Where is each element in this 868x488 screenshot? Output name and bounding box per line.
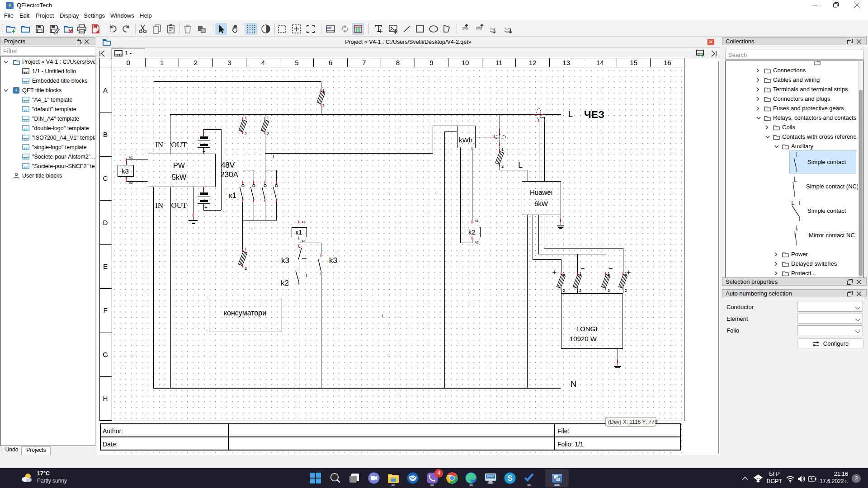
svg-text:LONGI: LONGI: [576, 325, 598, 333]
svg-text:k3: k3: [329, 256, 337, 265]
svg-text:7: 7: [362, 59, 366, 66]
svg-text:4: 4: [261, 59, 265, 66]
svg-text:2: 2: [563, 288, 565, 293]
svg-text:+: +: [204, 205, 207, 210]
svg-text:5kW: 5kW: [172, 174, 187, 181]
svg-text:−: −: [609, 265, 613, 272]
svg-text:L: L: [568, 110, 573, 119]
svg-text:N: N: [571, 380, 576, 389]
svg-text:OUT: OUT: [171, 141, 188, 149]
svg-text:10920 W: 10920 W: [570, 335, 597, 343]
svg-text:48V: 48V: [221, 161, 235, 169]
svg-text:File:: File:: [557, 427, 569, 435]
svg-text:A: A: [103, 86, 108, 94]
svg-text:(Dev) X: 1116 Y: 779: (Dev) X: 1116 Y: 779: [608, 419, 658, 425]
svg-text:8: 8: [396, 59, 400, 66]
svg-text:к1: к1: [296, 228, 302, 236]
svg-text:1: 1: [160, 59, 164, 66]
svg-text:IN: IN: [155, 141, 163, 149]
svg-text:k2: k2: [281, 279, 289, 287]
svg-text:L: L: [518, 160, 523, 169]
svg-text:2: 2: [322, 103, 325, 108]
svg-text:13: 13: [562, 59, 570, 66]
svg-text:1: 1: [267, 116, 269, 120]
svg-text:6: 6: [329, 59, 332, 66]
svg-text:C: C: [103, 174, 108, 182]
svg-text:2: 2: [194, 59, 198, 66]
svg-text:F: F: [103, 306, 107, 314]
svg-text:k3: k3: [122, 167, 129, 175]
svg-text:9: 9: [429, 59, 433, 66]
svg-text:к1: к1: [229, 191, 236, 200]
svg-text:+: +: [552, 268, 557, 276]
svg-text:5: 5: [295, 59, 298, 66]
svg-text:Folio: 1/1: Folio: 1/1: [557, 441, 584, 448]
svg-text:3: 3: [227, 59, 231, 66]
svg-text:D: D: [103, 219, 108, 226]
svg-text:+: +: [627, 268, 631, 276]
svg-text:12: 12: [529, 59, 537, 66]
svg-text:Author:: Author:: [103, 427, 123, 435]
svg-text:консуматори: консуматори: [224, 309, 266, 317]
svg-text:1: 1: [322, 88, 325, 93]
svg-text:A2: A2: [475, 241, 479, 244]
svg-text:+: +: [203, 149, 205, 154]
svg-text:14: 14: [596, 59, 604, 66]
svg-text:1 -: 1 -: [125, 50, 132, 56]
svg-text:Date:: Date:: [103, 441, 118, 448]
svg-text:2: 2: [579, 288, 581, 293]
svg-text:A2: A2: [129, 181, 133, 184]
svg-text:15: 15: [630, 59, 637, 66]
svg-text:−: −: [580, 265, 585, 272]
svg-text:ЧЕЗ: ЧЕЗ: [584, 109, 604, 120]
svg-text:230A: 230A: [220, 170, 238, 179]
svg-text:A1: A1: [302, 221, 306, 224]
svg-text:H: H: [103, 394, 108, 402]
svg-text:2: 2: [625, 288, 627, 293]
svg-text:16: 16: [664, 59, 671, 66]
svg-text:IN: IN: [155, 201, 163, 210]
svg-text:1: 1: [245, 248, 247, 252]
svg-text:S: S: [507, 474, 512, 483]
svg-text:kWh: kWh: [459, 136, 472, 144]
svg-text:PW: PW: [173, 162, 185, 169]
svg-text:G: G: [103, 351, 108, 358]
svg-text:E: E: [103, 263, 108, 270]
svg-text:A1: A1: [475, 219, 479, 222]
svg-text:B: B: [103, 131, 108, 138]
svg-text:2: 2: [245, 131, 247, 136]
svg-text:OUT: OUT: [171, 201, 188, 210]
svg-text:1: 1: [501, 147, 504, 152]
svg-text:11: 11: [495, 59, 503, 66]
svg-text:Project « V4-1 : C:/Users/Svet: Project « V4-1 : C:/Users/Svetli/Desktop…: [345, 39, 471, 45]
svg-text:k2: k2: [468, 228, 476, 236]
svg-text:A2: A2: [302, 239, 306, 243]
svg-text:2: 2: [267, 131, 269, 136]
svg-text:2: 2: [245, 266, 247, 271]
svg-text:2: 2: [608, 288, 610, 293]
svg-text:k3: k3: [281, 256, 289, 265]
svg-text:Huawei: Huawei: [530, 188, 552, 196]
svg-text:1: 1: [245, 116, 247, 120]
svg-text:0: 0: [127, 59, 130, 66]
svg-text:A1: A1: [129, 156, 133, 159]
svg-text:10: 10: [462, 59, 469, 66]
svg-text:2: 2: [501, 164, 504, 169]
svg-text:6kW: 6kW: [534, 200, 548, 207]
